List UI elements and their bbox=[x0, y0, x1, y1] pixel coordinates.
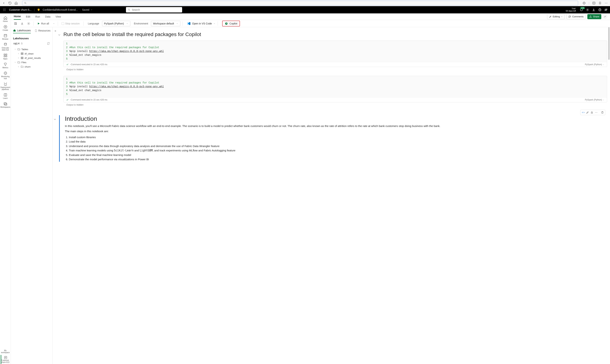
app-launcher-icon[interactable] bbox=[2, 8, 7, 12]
pin-icon[interactable] bbox=[20, 42, 23, 45]
run-all-dropdown[interactable] bbox=[52, 23, 56, 25]
explorer-tab-resources[interactable]: Resources bbox=[34, 29, 51, 33]
code-cell[interactable]: 1 2#Run this cell to install the require… bbox=[63, 40, 607, 67]
scrollbar[interactable] bbox=[608, 27, 610, 60]
cell-status-bar: -Command executed in 15 sec 426 ms PySpa… bbox=[64, 97, 607, 102]
rail-my-workspace[interactable]: My workspace bbox=[0, 349, 11, 355]
lock-icon[interactable] bbox=[590, 110, 594, 115]
doc-title[interactable]: Customer churn-5... bbox=[9, 8, 31, 11]
cell-language[interactable]: PySpark (Python) bbox=[585, 99, 604, 101]
rail-workspaces[interactable]: Workspaces bbox=[0, 101, 11, 109]
exec-status: -Command executed in 15 sec 426 ms bbox=[70, 99, 107, 101]
lakehouse-name: rajLH bbox=[14, 42, 19, 45]
more-icon[interactable] bbox=[594, 110, 598, 115]
sync-icon[interactable] bbox=[47, 42, 50, 45]
tab-view[interactable]: View bbox=[55, 14, 61, 20]
split-icon[interactable] bbox=[592, 1, 596, 5]
chevron-down-icon bbox=[14, 61, 16, 63]
chevron-down-icon bbox=[561, 16, 563, 18]
rail-home[interactable]: Home bbox=[0, 15, 11, 23]
output-hidden[interactable]: Output is hidden bbox=[66, 68, 607, 71]
explorer-tab-lakehouses[interactable]: Lakehouses bbox=[13, 29, 31, 33]
code-cell[interactable]: 1 2#Run this cell to install the require… bbox=[63, 76, 607, 102]
download-icon[interactable] bbox=[592, 8, 596, 12]
global-search[interactable] bbox=[126, 7, 182, 13]
rail-browse[interactable]: Browse bbox=[0, 33, 11, 41]
svg-point-7 bbox=[5, 9, 5, 9]
rail-onelake[interactable]: OneLake data hub bbox=[0, 41, 11, 52]
svg-point-2 bbox=[605, 3, 606, 3]
tree-table-df-pred[interactable]: df_pred_results bbox=[12, 56, 51, 60]
code-editor[interactable]: 1 2#Run this cell to install the require… bbox=[64, 76, 607, 97]
chevron-down-icon bbox=[213, 23, 216, 25]
svg-point-14 bbox=[128, 9, 129, 10]
language-dropdown[interactable]: PySpark (Python) bbox=[102, 21, 130, 26]
delete-icon[interactable] bbox=[600, 110, 604, 115]
cell-language[interactable]: PySpark (Python) bbox=[585, 63, 604, 66]
lakehouse-row[interactable]: rajLH bbox=[11, 40, 52, 46]
list-item: Evaluate and save the final machine lear… bbox=[69, 153, 607, 157]
rail-customer-churn[interactable]: Customer churn-513 bbox=[1, 355, 10, 364]
comments-button[interactable]: Comments bbox=[567, 14, 585, 19]
rail-apps[interactable]: Apps bbox=[0, 52, 11, 61]
tree-file-churn[interactable]: churn bbox=[12, 65, 51, 69]
svg-point-42 bbox=[596, 112, 596, 113]
refresh-icon[interactable] bbox=[8, 1, 12, 5]
rail-monitoring[interactable]: Monitoring hub bbox=[0, 70, 11, 81]
separator: | bbox=[589, 2, 589, 4]
language-label: Language bbox=[88, 22, 99, 25]
back-icon[interactable] bbox=[2, 1, 5, 5]
settings-icon[interactable] bbox=[26, 21, 31, 26]
collections-icon[interactable] bbox=[598, 1, 602, 5]
search-input[interactable] bbox=[132, 8, 180, 11]
open-vscode-button[interactable]: Open in VS Code bbox=[187, 22, 216, 25]
rail-create[interactable]: Create bbox=[0, 24, 11, 32]
svg-rect-38 bbox=[21, 53, 23, 55]
save-state[interactable]: · Saved bbox=[80, 8, 93, 11]
copilot-button[interactable]: Copilot bbox=[222, 21, 240, 26]
rail-metrics[interactable]: Metrics bbox=[0, 61, 11, 70]
collapse-section-icon[interactable] bbox=[53, 118, 56, 121]
stop-session-button[interactable]: Stop session bbox=[60, 22, 81, 25]
download-icon[interactable] bbox=[20, 21, 25, 26]
code-editor[interactable]: 1 2#Run this cell to install the require… bbox=[64, 41, 607, 62]
environment-dropdown[interactable]: Workspace default bbox=[151, 21, 180, 26]
intro-paragraph: In this notebook, you'll see a Microsoft… bbox=[65, 124, 607, 128]
help-icon[interactable] bbox=[598, 8, 602, 12]
tab-data[interactable]: Data bbox=[45, 14, 51, 20]
convert-code-icon[interactable] bbox=[581, 110, 585, 115]
markdown-cell[interactable]: Introduction In this notebook, you'll se… bbox=[58, 115, 607, 162]
tab-home[interactable]: Home bbox=[14, 13, 21, 20]
notebook-canvas[interactable]: Run the cell below to install the requir… bbox=[53, 27, 610, 364]
sensitivity-label[interactable]: Confidential\Microsoft Extend... bbox=[42, 8, 78, 11]
tab-run[interactable]: Run bbox=[35, 14, 40, 20]
home-icon[interactable] bbox=[14, 1, 18, 5]
intro-steps-list: Install custom libraries Load the data U… bbox=[69, 135, 607, 162]
section-header: Run the cell below to install the requir… bbox=[58, 31, 607, 37]
more-icon[interactable] bbox=[605, 1, 608, 5]
tree-tables[interactable]: Tables bbox=[12, 47, 51, 52]
explorer-panel: Lakehouses Resources Lakehouses rajLH bbox=[11, 27, 53, 364]
share-button[interactable]: Share bbox=[587, 14, 601, 19]
check-icon bbox=[66, 63, 69, 66]
output-hidden[interactable]: Output is hidden bbox=[66, 104, 607, 106]
tab-edit[interactable]: Edit bbox=[26, 14, 30, 20]
check-icon bbox=[66, 99, 69, 101]
extensions-icon[interactable] bbox=[583, 1, 586, 5]
rail-deployment[interactable]: Deployment pipelines bbox=[0, 81, 11, 91]
table-icon bbox=[21, 52, 24, 55]
feedback-icon[interactable] bbox=[604, 8, 608, 12]
rail-learn[interactable]: Learn bbox=[0, 92, 11, 100]
presence-icon[interactable] bbox=[603, 15, 607, 19]
collapse-section-icon[interactable] bbox=[58, 33, 61, 37]
notifications-icon[interactable]: 125 bbox=[580, 8, 583, 12]
tree-table-df-clean[interactable]: df_clean bbox=[12, 52, 51, 56]
url-bar[interactable] bbox=[22, 1, 578, 5]
tree-files[interactable]: Files bbox=[12, 60, 51, 65]
trial-status: Trial: 59 days left bbox=[566, 7, 576, 12]
settings-icon[interactable] bbox=[586, 8, 589, 12]
edit-icon[interactable] bbox=[585, 110, 590, 115]
editing-mode-button[interactable]: Editing bbox=[547, 14, 565, 19]
save-icon[interactable] bbox=[13, 21, 18, 26]
run-all-button[interactable]: Run all bbox=[36, 21, 51, 26]
